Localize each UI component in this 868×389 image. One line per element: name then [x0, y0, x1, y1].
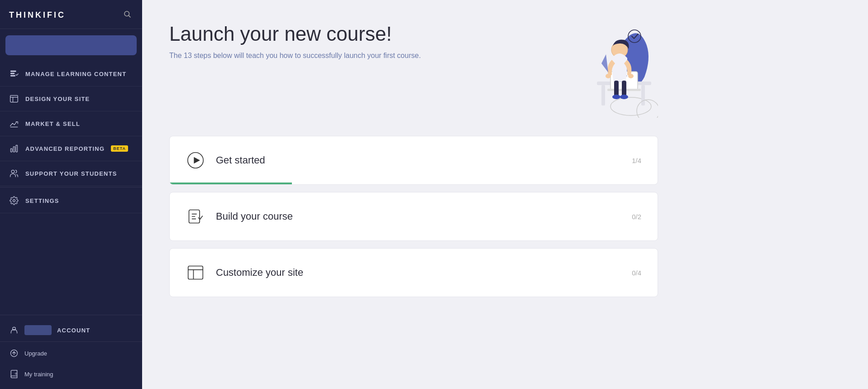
svg-rect-20 [601, 85, 605, 106]
svg-point-0 [124, 11, 129, 16]
svg-point-12 [11, 170, 14, 173]
svg-point-13 [13, 200, 15, 202]
svg-marker-37 [194, 157, 200, 163]
sidebar-bottom: ACCOUNT Upgrade My t [0, 315, 142, 389]
person-icon [9, 325, 19, 335]
play-circle-icon [186, 151, 205, 170]
sidebar-item-design-site[interactable]: DESIGN YOUR SITE [0, 86, 142, 111]
bar-chart-icon [9, 144, 19, 154]
svg-point-29 [628, 74, 634, 78]
svg-point-28 [606, 74, 611, 78]
card-build-course[interactable]: Build your course 0/2 [169, 192, 658, 241]
card-customize-site[interactable]: Customize your site 0/4 [169, 248, 658, 297]
sidebar-item-manage-learning-label: MANAGE LEARNING CONTENT [25, 71, 126, 77]
svg-point-34 [637, 100, 658, 118]
svg-rect-3 [11, 73, 14, 74]
card-build-course-title: Build your course [216, 211, 621, 222]
account-label: ACCOUNT [57, 327, 90, 334]
layout-icon [9, 94, 19, 104]
hero-text: Launch your new course! The 13 steps bel… [169, 23, 421, 60]
sidebar-item-upgrade[interactable]: Upgrade [0, 343, 142, 364]
svg-point-17 [15, 373, 17, 375]
svg-rect-2 [11, 71, 16, 72]
sidebar-nav: MANAGE LEARNING CONTENT DESIGN YOUR SITE [0, 62, 142, 315]
logo: THINKIFIC [9, 10, 66, 20]
chart-line-icon [9, 119, 19, 129]
card-get-started[interactable]: Get started 1/4 [169, 136, 658, 185]
sidebar-item-settings[interactable]: SETTINGS [0, 188, 142, 213]
sidebar-item-upgrade-label: Upgrade [24, 350, 47, 357]
sidebar-item-market-sell-label: MARKET & SELL [25, 120, 80, 127]
card-get-started-progress: 1/4 [632, 157, 641, 164]
sidebar-item-support-students[interactable]: SUPPORT YOUR STUDENTS [0, 161, 142, 186]
beta-badge: BETA [111, 145, 128, 152]
svg-rect-10 [13, 147, 14, 152]
gear-icon [9, 196, 19, 206]
sidebar-item-advanced-reporting[interactable]: ADVANCED REPORTING BETA [0, 136, 142, 161]
svg-rect-9 [11, 149, 12, 152]
card-build-course-progress: 0/2 [632, 213, 641, 221]
book-icon [9, 369, 19, 379]
hero-section: Launch your new course! The 13 steps bel… [169, 23, 658, 118]
sidebar-item-support-students-label: SUPPORT YOUR STUDENTS [25, 170, 117, 177]
sidebar-item-design-site-label: DESIGN YOUR SITE [25, 96, 90, 102]
sidebar-item-advanced-reporting-label: ADVANCED REPORTING [25, 145, 105, 152]
account-banner [5, 35, 137, 55]
edit-list-icon [9, 69, 19, 79]
svg-rect-11 [16, 145, 17, 152]
svg-line-1 [129, 15, 130, 17]
svg-rect-5 [10, 96, 18, 102]
card-customize-site-progress: 0/4 [632, 269, 641, 277]
sidebar-item-manage-learning[interactable]: MANAGE LEARNING CONTENT [0, 62, 142, 86]
sidebar-item-settings-label: SETTINGS [25, 197, 59, 204]
hero-illustration [531, 23, 658, 118]
edit-checklist-icon [186, 207, 205, 226]
svg-point-32 [612, 95, 620, 99]
sidebar-item-market-sell[interactable]: MARKET & SELL [0, 111, 142, 136]
svg-rect-4 [11, 75, 15, 76]
card-customize-site-title: Customize your site [216, 267, 621, 279]
account-avatar-placeholder [24, 325, 52, 335]
svg-rect-31 [622, 81, 626, 96]
card-get-started-title: Get started [216, 154, 621, 166]
layout-cols-icon [186, 263, 205, 282]
arrow-up-circle-icon [9, 348, 19, 358]
users-icon [9, 168, 19, 178]
svg-rect-30 [614, 81, 619, 96]
account-row[interactable]: ACCOUNT [0, 320, 142, 341]
svg-rect-21 [641, 85, 645, 106]
search-button[interactable] [121, 8, 133, 22]
main-content: Launch your new course! The 13 steps bel… [142, 0, 868, 389]
svg-rect-42 [188, 266, 203, 279]
get-started-progress-bar [170, 182, 292, 184]
sidebar-item-my-training[interactable]: My training [0, 364, 142, 384]
svg-point-33 [620, 95, 628, 99]
cards-container: Get started 1/4 Build your course 0/2 [169, 136, 658, 297]
page-subtitle: The 13 steps below will teach you how to… [169, 52, 421, 60]
page-title: Launch your new course! [169, 23, 421, 45]
sidebar-item-my-training-label: My training [24, 371, 53, 378]
sidebar-header: THINKIFIC [0, 0, 142, 29]
sidebar: THINKIFIC MANAGE LEARNING CONTENT [0, 0, 142, 389]
